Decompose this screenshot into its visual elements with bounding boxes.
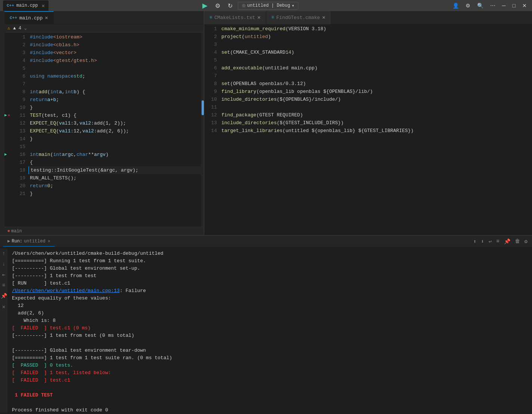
toolbar-right: 👤 ⚙ 🔍 ⋯ ─ □ ✕ (450, 2, 529, 9)
bottom-tab-close[interactable]: ✕ (48, 238, 50, 244)
side-pin[interactable]: 📌 (0, 292, 8, 300)
left-sidebar-gutter (0, 11, 4, 235)
more-button[interactable]: ⋯ (488, 2, 498, 9)
account-button[interactable]: 👤 (450, 2, 461, 9)
right-code-area: 1234567891011121314 cmake_minimum_requir… (204, 24, 532, 235)
left-scrollbar[interactable] (201, 32, 204, 227)
terminal-line: [ PASSED ] 0 tests. (12, 362, 528, 369)
cmake-code-line-7 (220, 72, 532, 80)
filter-icon[interactable]: ≡ (495, 238, 501, 245)
cmake-code-line-11 (220, 103, 532, 111)
code-line-11: TEST(test, c1) { (28, 112, 201, 119)
terminal-link[interactable]: /Users/chen/work/untitled/main.cpp:13 (12, 288, 120, 294)
toolbar-tab-label: main.cpp (16, 3, 38, 8)
test-run-icon[interactable]: ▶ (4, 112, 7, 119)
terminal-line: [ FAILED ] test.c1 (0 ms) (12, 324, 528, 332)
config-dot (242, 4, 246, 7)
code-line-3: #include <vector> (28, 49, 201, 57)
minimize-button[interactable]: ─ (500, 2, 508, 9)
config-badge[interactable]: untitled | Debug ▾ (238, 2, 298, 10)
bottom-tab-run[interactable]: ▶ Run: untitled ✕ (3, 236, 55, 247)
panel-header-right: ⬆ ⬇ ↩ ≡ 📌 🗑 ⚙ (472, 238, 529, 245)
editors-container: C++ main.cpp ✕ ⚠ ▲ 4 ⌄ (4, 11, 532, 235)
left-pane-tab-maincpp[interactable]: C++ main.cpp ✕ (4, 11, 54, 24)
cmake-code-line-8: set(OPENBLAS openblas/0.3.12) (220, 80, 532, 88)
side-wrap[interactable]: ⇤ (1, 271, 6, 279)
left-tab-cpp-icon: C++ (10, 16, 17, 20)
reload-button[interactable]: ↻ (225, 1, 235, 10)
cmake-tab-label-1: CMakeLists.txt (214, 15, 255, 21)
terminal-line: [----------] Global test environment tea… (12, 347, 528, 354)
code-line-19: RUN_ALL_TESTS(); (28, 174, 201, 182)
code-line-7 (28, 80, 201, 88)
maximize-button[interactable]: □ (510, 2, 518, 9)
toolbar-tab-main-cpp[interactable]: C++ main.cpp ✕ (3, 0, 49, 11)
right-code-scroll[interactable]: 1234567891011121314 cmake_minimum_requir… (204, 24, 532, 235)
code-line-13: EXPECT_EQ( val1: 12, val2: add(2, 6)); (28, 127, 201, 135)
left-tab-close[interactable]: ✕ (45, 15, 48, 21)
side-clear[interactable]: ✕ (1, 303, 6, 311)
right-pane-tab-cmakelists[interactable]: ≡ CMakeLists.txt ✕ (204, 11, 266, 24)
terminal-line: Expected equality of these values: (12, 295, 528, 302)
bottom-panel-content: ↑ ↓ ⇤ ≡ 📌 ✕ /Users/chen/work/untitled/cm… (0, 247, 532, 414)
code-line-17: { (28, 159, 201, 166)
search-button[interactable]: 🔍 (475, 2, 486, 9)
cmake-code-line-10: include_directories(${OPENBLAS}/include/… (220, 95, 532, 103)
close-button[interactable]: ✕ (520, 2, 529, 9)
cmake-code-line-14: target_link_libraries(untitled ${openbla… (220, 127, 532, 135)
terminal-line: Which is: 8 (12, 317, 528, 324)
terminal-line: Process finished with exit code 0 (12, 407, 528, 413)
build-button[interactable]: ⚙ (213, 1, 223, 10)
code-line-18: testing::InitGoogleTest(&argc, argv); (28, 166, 201, 174)
main-run-icon[interactable]: ▶ (4, 151, 7, 159)
scroll-down-icon[interactable]: ⬇ (479, 238, 485, 245)
warning-chevron[interactable]: ⌄ (24, 25, 27, 31)
toolbar-tab-close[interactable]: ✕ (41, 3, 44, 9)
left-line-numbers: 123456789101112131415161718192021 (13, 32, 28, 227)
config-chevron: ▾ (292, 3, 294, 9)
left-tab-label: main.cpp (19, 15, 43, 21)
run-button[interactable]: ▶ (200, 1, 210, 10)
test-fail-icon: ✕ (8, 112, 10, 119)
cmake-code-line-2: project(untitled) (220, 33, 532, 41)
terminal-line (12, 399, 528, 407)
scroll-up-icon[interactable]: ⬆ (472, 238, 478, 245)
cmake-tab-label-2: FindGTest.cmake (276, 15, 320, 21)
run-tab-name: untitled (24, 239, 46, 244)
terminal-line: [ FAILED ] 1 test, listed below: (12, 369, 528, 377)
cmake-code-line-3 (220, 41, 532, 48)
side-scroll-up[interactable]: ↑ (1, 250, 6, 257)
code-line-14: } (28, 135, 201, 143)
top-toolbar: C++ main.cpp ✕ ▶ ⚙ ↻ untitled | Debug ▾ … (0, 0, 532, 11)
toolbar-left: C++ main.cpp ✕ (3, 0, 49, 11)
right-code-lines: cmake_minimum_required(VERSION 3.18)proj… (220, 24, 532, 235)
cmake-tab-close-2[interactable]: ✕ (322, 15, 325, 20)
code-line-1: #include <iostream> (28, 33, 201, 41)
side-scroll-down[interactable]: ↓ (1, 260, 6, 268)
side-filter[interactable]: ≡ (1, 282, 6, 289)
left-code-area: ▶ ✕ ▶ (4, 32, 201, 227)
settings-button[interactable]: ⚙ (463, 2, 473, 9)
terminal-line: [==========] Running 1 test from 1 test … (12, 257, 528, 265)
code-line-21: } (28, 190, 201, 198)
code-line-5 (28, 65, 201, 72)
right-editor-pane: ≡ CMakeLists.txt ✕ ≡ FindGTest.cmake ✕ 1… (204, 11, 532, 235)
cmake-code-line-6: add_executable(untitled main.cpp) (220, 64, 532, 72)
terminal-line (12, 384, 528, 392)
main-area: C++ main.cpp ✕ ⚠ ▲ 4 ⌄ (0, 11, 532, 235)
code-line-12: EXPECT_EQ( val1: 3, val2: add(1, 2)); (28, 119, 201, 127)
config-label: untitled | Debug (247, 3, 290, 8)
left-gutter-icons: ▶ ✕ ▶ (4, 32, 13, 227)
right-pane-tab-findgtest[interactable]: ≡ FindGTest.cmake ✕ (266, 11, 331, 24)
settings-panel-icon[interactable]: ⚙ (523, 238, 529, 245)
cmake-tab-close-1[interactable]: ✕ (257, 15, 260, 20)
wrap-icon[interactable]: ↩ (487, 238, 493, 245)
code-line-4: #include <gtest/gtest.h> (28, 57, 201, 65)
cmake-code-line-12: find_package(GTEST REQUIRED) (220, 111, 532, 119)
pin-icon[interactable]: 📌 (503, 238, 512, 245)
left-code-scroll[interactable]: ▶ ✕ ▶ (4, 32, 204, 227)
terminal-line: [----------] Global test environment set… (12, 265, 528, 272)
bottom-left-tools: ↑ ↓ ⇤ ≡ 📌 ✕ (0, 248, 7, 413)
clear-icon[interactable]: 🗑 (513, 238, 522, 245)
cmake-code-line-4: set(CMAKE_CXX_STANDARD 14) (220, 48, 532, 56)
